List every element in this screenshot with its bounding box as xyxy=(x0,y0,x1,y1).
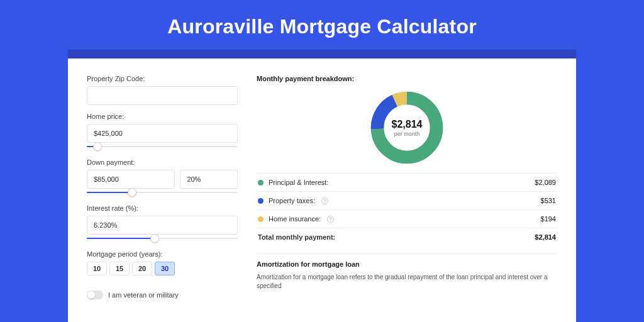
legend-dot-icon xyxy=(258,198,264,204)
info-icon[interactable]: ? xyxy=(327,216,334,223)
period-button-10[interactable]: 10 xyxy=(87,262,107,275)
legend-value: $531 xyxy=(541,197,556,204)
period-label: Mortgage period (years): xyxy=(87,250,238,258)
breakdown-column: Monthly payment breakdown: $2,814 per mo… xyxy=(257,75,557,322)
breakdown-heading: Monthly payment breakdown: xyxy=(257,75,557,82)
slider-thumb[interactable] xyxy=(150,234,159,243)
zip-group: Property Zip Code: xyxy=(87,75,238,105)
down-payment-group: Down payment: xyxy=(87,158,238,197)
zip-label: Property Zip Code: xyxy=(87,75,238,82)
legend-row: Home insurance:?$194 xyxy=(257,210,557,228)
down-payment-slider[interactable] xyxy=(87,188,238,197)
down-payment-pct-input[interactable] xyxy=(180,170,238,189)
home-price-slider[interactable] xyxy=(87,142,238,151)
legend-label: Property taxes: xyxy=(269,197,315,204)
legend-dot-icon xyxy=(258,180,264,186)
slider-thumb[interactable] xyxy=(128,188,136,197)
interest-rate-label: Interest rate (%): xyxy=(87,204,238,212)
legend-total-value: $2,814 xyxy=(535,233,556,241)
home-price-input[interactable] xyxy=(87,124,238,143)
zip-input[interactable] xyxy=(87,86,238,105)
veteran-label: I am veteran or military xyxy=(108,291,179,299)
donut-center-amount: $2,814 xyxy=(392,119,423,130)
legend-row: Principal & Interest:$2,089 xyxy=(257,174,557,192)
down-payment-input[interactable] xyxy=(87,170,175,189)
donut-center: $2,814 per month xyxy=(368,89,446,167)
period-group: Mortgage period (years): 10152030 xyxy=(87,250,238,275)
veteran-row: I am veteran or military xyxy=(87,291,238,299)
period-button-20[interactable]: 20 xyxy=(132,262,152,275)
legend-label: Principal & Interest: xyxy=(269,179,328,186)
legend-value: $194 xyxy=(541,215,556,223)
amortization-body: Amortization for a mortgage loan refers … xyxy=(257,273,557,291)
slider-rail xyxy=(87,146,238,147)
info-icon[interactable]: ? xyxy=(321,197,328,204)
veteran-toggle[interactable] xyxy=(87,291,103,299)
legend-value: $2,089 xyxy=(535,179,556,186)
panel-header-strip xyxy=(68,50,576,58)
donut-chart: $2,814 per month xyxy=(368,89,446,167)
interest-rate-slider[interactable] xyxy=(87,234,238,243)
home-price-label: Home price: xyxy=(87,113,238,120)
legend-label: Home insurance: xyxy=(269,215,321,223)
interest-rate-group: Interest rate (%): xyxy=(87,204,238,243)
period-button-row: 10152030 xyxy=(87,262,238,275)
legend-total-label: Total monthly payment: xyxy=(258,233,335,241)
period-button-30[interactable]: 30 xyxy=(155,262,175,275)
legend-total-row: Total monthly payment:$2,814 xyxy=(257,228,557,246)
slider-thumb[interactable] xyxy=(93,142,102,151)
interest-rate-input[interactable] xyxy=(87,216,238,235)
page-title: Auroraville Mortgage Calculator xyxy=(0,0,644,50)
amortization-section: Amortization for mortgage loan Amortizat… xyxy=(257,253,557,291)
toggle-knob xyxy=(87,291,95,299)
legend-row: Property taxes:?$531 xyxy=(257,192,557,210)
down-payment-label: Down payment: xyxy=(87,158,238,166)
inputs-column: Property Zip Code: Home price: Down paym… xyxy=(87,75,238,322)
donut-chart-wrap: $2,814 per month xyxy=(257,86,557,173)
breakdown-legend: Principal & Interest:$2,089Property taxe… xyxy=(257,173,557,246)
home-price-group: Home price: xyxy=(87,113,238,151)
legend-dot-icon xyxy=(258,216,264,222)
period-button-15[interactable]: 15 xyxy=(109,262,130,275)
slider-fill xyxy=(87,192,132,193)
donut-center-sub: per month xyxy=(394,131,420,137)
calculator-panel: Property Zip Code: Home price: Down paym… xyxy=(68,58,576,322)
slider-fill xyxy=(87,238,155,239)
amortization-heading: Amortization for mortgage loan xyxy=(257,260,557,268)
